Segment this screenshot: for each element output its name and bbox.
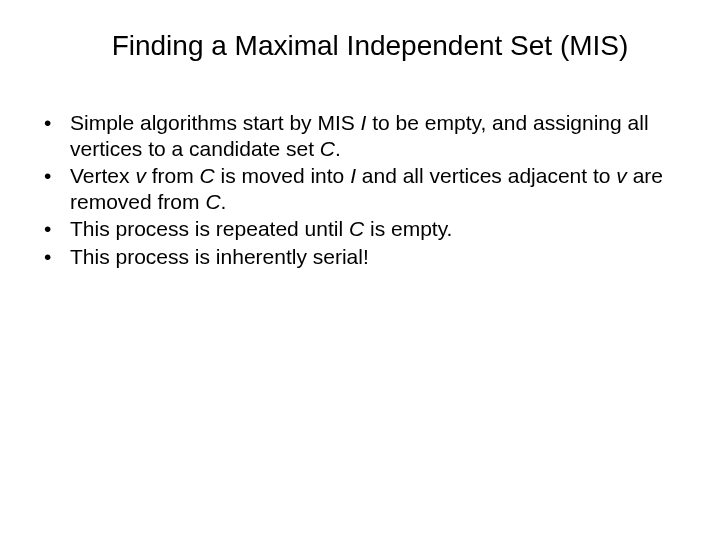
text-italic: v: [616, 164, 627, 187]
text: Vertex: [70, 164, 135, 187]
text: This process is inherently serial!: [70, 245, 369, 268]
text-italic: C: [349, 217, 364, 240]
text: from: [146, 164, 200, 187]
list-item: This process is inherently serial!: [40, 244, 670, 270]
text: and all vertices adjacent to: [356, 164, 616, 187]
text-italic: C: [200, 164, 215, 187]
text: is moved into: [215, 164, 350, 187]
text-italic: C: [320, 137, 335, 160]
text-italic: v: [135, 164, 146, 187]
slide-title: Finding a Maximal Independent Set (MIS): [40, 30, 680, 62]
text: .: [221, 190, 227, 213]
text-italic: C: [205, 190, 220, 213]
bullet-list: Simple algorithms start by MIS I to be e…: [40, 110, 680, 270]
text: This process is repeated until: [70, 217, 349, 240]
list-item: This process is repeated until C is empt…: [40, 216, 670, 242]
text: Simple algorithms start by MIS: [70, 111, 361, 134]
text: is empty.: [364, 217, 452, 240]
slide: Finding a Maximal Independent Set (MIS) …: [0, 0, 720, 540]
list-item: Simple algorithms start by MIS I to be e…: [40, 110, 670, 161]
text: .: [335, 137, 341, 160]
list-item: Vertex v from C is moved into I and all …: [40, 163, 670, 214]
